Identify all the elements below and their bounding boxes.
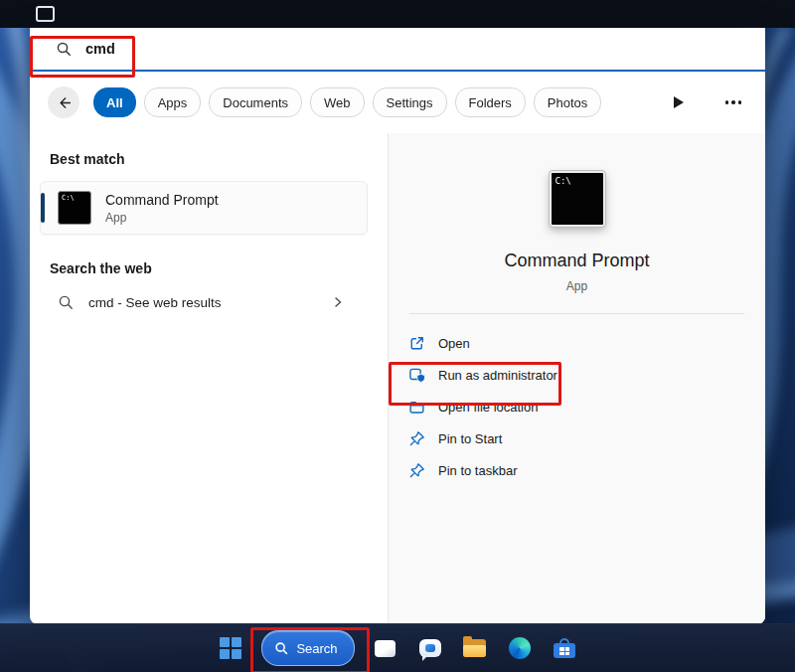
- taskbar-search-button[interactable]: Search: [261, 630, 354, 666]
- search-icon: [56, 41, 72, 57]
- search-icon: [58, 294, 74, 310]
- search-web-heading: Search the web: [50, 260, 374, 276]
- tab-photos[interactable]: Photos: [534, 87, 601, 117]
- command-prompt-icon: C:\: [58, 191, 91, 225]
- web-result-item[interactable]: cmd - See web results: [40, 282, 356, 322]
- search-input[interactable]: [83, 40, 745, 58]
- microsoft-store-icon: [554, 638, 575, 658]
- search-icon: [274, 641, 288, 655]
- best-match-text: Command Prompt App: [105, 192, 219, 225]
- results-area: Best match C:\ Command Prompt App Search…: [30, 133, 765, 624]
- run-as-admin-icon: [408, 367, 425, 384]
- more-options-icon[interactable]: [723, 92, 744, 112]
- tab-apps[interactable]: Apps: [144, 87, 202, 117]
- action-run-as-administrator[interactable]: Run as administrator: [408, 359, 765, 391]
- folder-icon: [408, 399, 425, 416]
- command-prompt-icon-large: C:\: [550, 171, 605, 227]
- back-button[interactable]: [48, 86, 80, 118]
- best-match-subtitle: App: [105, 211, 219, 225]
- start-button[interactable]: [211, 628, 250, 668]
- action-label: Pin to taskbar: [438, 463, 518, 478]
- best-match-item[interactable]: C:\ Command Prompt App: [40, 181, 368, 235]
- action-label: Pin to Start: [438, 431, 502, 446]
- task-view-button[interactable]: [366, 628, 405, 668]
- action-label: Open: [438, 336, 470, 351]
- play-icon[interactable]: [674, 96, 684, 108]
- action-label: Run as administrator: [438, 368, 557, 383]
- action-pin-to-start[interactable]: Pin to Start: [408, 422, 765, 454]
- chat-icon: [419, 639, 441, 657]
- tab-folders[interactable]: Folders: [455, 87, 526, 117]
- preview-subtitle: App: [566, 279, 587, 293]
- pin-to-start-icon: [408, 430, 425, 447]
- windows-logo-icon: [220, 637, 241, 659]
- file-explorer-icon: [463, 639, 486, 657]
- tab-all[interactable]: All: [93, 87, 136, 117]
- best-match-title: Command Prompt: [105, 192, 219, 208]
- tab-settings[interactable]: Settings: [373, 87, 447, 117]
- open-icon: [408, 335, 425, 352]
- chevron-right-icon: [332, 296, 344, 308]
- task-view-icon: [375, 640, 396, 657]
- edge-button[interactable]: [500, 628, 540, 668]
- top-strip: [0, 0, 795, 28]
- action-open[interactable]: Open: [408, 327, 765, 359]
- action-list: Open Run as administrator Open file loca…: [389, 314, 765, 486]
- taskbar: Search: [0, 623, 795, 672]
- pin-to-taskbar-icon: [408, 462, 425, 479]
- action-label: Open file location: [438, 400, 538, 415]
- web-result-label: cmd - See web results: [88, 295, 222, 310]
- results-list-panel: Best match C:\ Command Prompt App Search…: [30, 133, 388, 624]
- store-button[interactable]: [545, 628, 584, 668]
- filter-tabs-row: All Apps Documents Web Settings Folders …: [30, 72, 765, 133]
- preview-panel: C:\ Command Prompt App Open Run as admin…: [388, 133, 765, 624]
- taskbar-search-label: Search: [296, 641, 337, 656]
- window-icon: [36, 6, 55, 22]
- tab-documents[interactable]: Documents: [209, 87, 302, 117]
- preview-title: Command Prompt: [504, 251, 649, 271]
- action-open-file-location[interactable]: Open file location: [408, 391, 765, 422]
- edge-icon: [509, 637, 531, 659]
- search-bar: [30, 28, 765, 72]
- best-match-heading: Best match: [50, 151, 374, 167]
- windows-search-flyout: All Apps Documents Web Settings Folders …: [30, 28, 765, 624]
- selection-indicator: [41, 193, 45, 223]
- chat-button[interactable]: [410, 628, 450, 668]
- file-explorer-button[interactable]: [455, 628, 495, 668]
- action-pin-to-taskbar[interactable]: Pin to taskbar: [408, 454, 765, 486]
- tab-web[interactable]: Web: [310, 87, 365, 117]
